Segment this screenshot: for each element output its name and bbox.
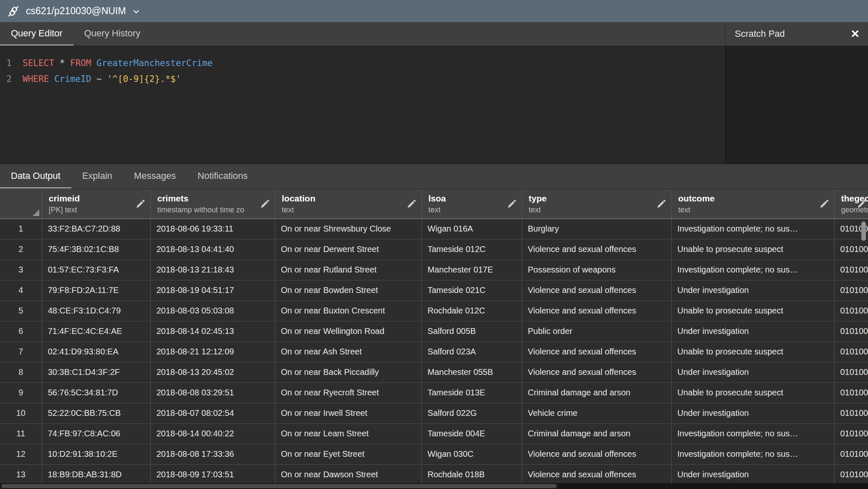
cell[interactable]: Rochdale 018B (421, 464, 522, 485)
cell[interactable]: Salford 005B (421, 321, 522, 341)
cell[interactable]: 010100 (834, 280, 868, 301)
cell[interactable]: 010100 (834, 260, 868, 280)
cell[interactable]: Violence and sexual offences (522, 301, 671, 321)
cell[interactable]: Burglary (522, 219, 671, 239)
cell[interactable]: 010100 (834, 423, 868, 444)
horizontal-scrollbar-thumb[interactable] (1, 484, 557, 488)
edit-pencil-icon[interactable] (857, 199, 867, 209)
cell[interactable]: Unable to prosecute suspect (671, 382, 834, 403)
cell[interactable]: On or near Ash Street (275, 341, 421, 362)
cell[interactable]: On or near Irwell Street (275, 403, 421, 423)
cell[interactable]: Violence and sexual offences (522, 362, 671, 382)
cell[interactable]: 2018-08-08 03:29:51 (150, 382, 275, 403)
cell[interactable]: 010100 (834, 321, 868, 341)
row-number[interactable]: 1 (0, 219, 42, 239)
cell[interactable]: Violence and sexual offences (522, 444, 671, 464)
cell[interactable]: 18:B9:DB:AB:31:8D (42, 464, 150, 485)
cell[interactable]: 02:41:D9:93:80:EA (42, 341, 150, 362)
tab-data-output[interactable]: Data Output (0, 164, 71, 188)
cell[interactable]: On or near Shrewsbury Close (275, 219, 421, 239)
cell[interactable]: Manchester 017E (421, 260, 522, 280)
cell[interactable]: 010100 (834, 382, 868, 403)
row-number[interactable]: 8 (0, 362, 42, 382)
cell[interactable]: Tameside 013E (421, 382, 522, 403)
column-header-lsoa[interactable]: lsoatext (421, 189, 522, 219)
cell[interactable]: Violence and sexual offences (522, 239, 671, 260)
cell[interactable]: Investigation complete; no sus… (671, 444, 834, 464)
cell[interactable]: 010100 (834, 403, 868, 423)
cell[interactable]: 2018-08-03 05:03:08 (150, 301, 275, 321)
cell[interactable]: 52:22:0C:BB:75:CB (42, 403, 150, 423)
cell[interactable]: On or near Leam Street (275, 423, 421, 444)
cell[interactable]: 2018-08-09 17:03:51 (150, 464, 275, 485)
cell[interactable]: On or near Buxton Crescent (275, 301, 421, 321)
cell[interactable]: 2018-08-07 08:02:54 (150, 403, 275, 423)
cell[interactable]: On or near Wellington Road (275, 321, 421, 341)
cell[interactable]: 2018-08-13 20:45:02 (150, 362, 275, 382)
cell[interactable]: Salford 022G (421, 403, 522, 423)
cell[interactable]: 2018-08-13 04:41:40 (150, 239, 275, 260)
code-line[interactable]: 1SELECT * FROM GreaterManchesterCrime (0, 55, 725, 71)
cell[interactable]: 48:CE:F3:1D:C4:79 (42, 301, 150, 321)
cell[interactable]: On or near Derwent Street (275, 239, 421, 260)
cell[interactable]: On or near Back Piccadilly (275, 362, 421, 382)
cell[interactable]: Unable to prosecute suspect (671, 301, 834, 321)
edit-pencil-icon[interactable] (135, 199, 145, 209)
cell[interactable]: Unable to prosecute suspect (671, 341, 834, 362)
tab-query-history[interactable]: Query History (74, 22, 151, 46)
row-number[interactable]: 4 (0, 280, 42, 301)
edit-pencil-icon[interactable] (507, 199, 517, 209)
edit-pencil-icon[interactable] (406, 199, 416, 209)
cell[interactable]: 10:D2:91:38:10:2E (42, 444, 150, 464)
row-number[interactable]: 13 (0, 464, 42, 485)
tab-explain[interactable]: Explain (71, 164, 123, 188)
cell[interactable]: 2018-08-14 00:40:22 (150, 423, 275, 444)
cell[interactable]: 010100 (834, 444, 868, 464)
column-header-crimeid[interactable]: crimeid[PK] text (42, 189, 150, 219)
cell[interactable]: 79:F8:FD:2A:11:7E (42, 280, 150, 301)
cell[interactable]: Wigan 030C (421, 444, 522, 464)
cell[interactable]: 56:76:5C:34:81:7D (42, 382, 150, 403)
cell[interactable]: 2018-08-14 02:45:13 (150, 321, 275, 341)
cell[interactable]: 33:F2:BA:C7:2D:88 (42, 219, 150, 239)
column-header-location[interactable]: locationtext (275, 189, 421, 219)
cell[interactable]: Violence and sexual offences (522, 280, 671, 301)
cell[interactable]: 010100 (834, 362, 868, 382)
cell[interactable]: On or near Eyet Street (275, 444, 421, 464)
cell[interactable]: Under investigation (671, 321, 834, 341)
edit-pencil-icon[interactable] (656, 199, 666, 209)
edit-pencil-icon[interactable] (819, 199, 829, 209)
cell[interactable]: 75:4F:3B:02:1C:B8 (42, 239, 150, 260)
tab-notifications[interactable]: Notifications (187, 164, 259, 188)
row-number[interactable]: 2 (0, 239, 42, 260)
cell[interactable]: Rochdale 012C (421, 301, 522, 321)
cell[interactable]: Tameside 004E (421, 423, 522, 444)
cell[interactable]: 010100 (834, 239, 868, 260)
close-icon[interactable]: ✕ (850, 28, 860, 39)
select-all-corner[interactable] (0, 189, 42, 219)
vertical-scrollbar[interactable] (861, 222, 866, 241)
row-number[interactable]: 9 (0, 382, 42, 403)
horizontal-scrollbar-track[interactable] (0, 483, 868, 489)
cell[interactable]: On or near Bowden Street (275, 280, 421, 301)
cell[interactable]: On or near Rutland Street (275, 260, 421, 280)
tab-query-editor[interactable]: Query Editor (0, 22, 74, 46)
edit-pencil-icon[interactable] (260, 199, 270, 209)
row-number[interactable]: 11 (0, 423, 42, 444)
column-header-crimets[interactable]: crimetstimestamp without time zo (150, 189, 275, 219)
cell[interactable]: 2018-08-08 17:33:36 (150, 444, 275, 464)
cell[interactable]: 2018-08-06 19:33:11 (150, 219, 275, 239)
sql-editor[interactable]: 1SELECT * FROM GreaterManchesterCrime2WH… (0, 46, 726, 164)
cell[interactable]: Under investigation (671, 280, 834, 301)
cell[interactable]: 010100 (834, 341, 868, 362)
cell[interactable]: Tameside 021C (421, 280, 522, 301)
cell[interactable]: 010100 (834, 464, 868, 485)
cell[interactable]: 30:3B:C1:D4:3F:2F (42, 362, 150, 382)
cell[interactable]: 74:FB:97:C8:AC:06 (42, 423, 150, 444)
cell[interactable]: 2018-08-13 21:18:43 (150, 260, 275, 280)
cell[interactable]: Salford 023A (421, 341, 522, 362)
cell[interactable]: 010100 (834, 301, 868, 321)
cell[interactable]: Wigan 016A (421, 219, 522, 239)
row-number[interactable]: 12 (0, 444, 42, 464)
cell[interactable]: Manchester 055B (421, 362, 522, 382)
